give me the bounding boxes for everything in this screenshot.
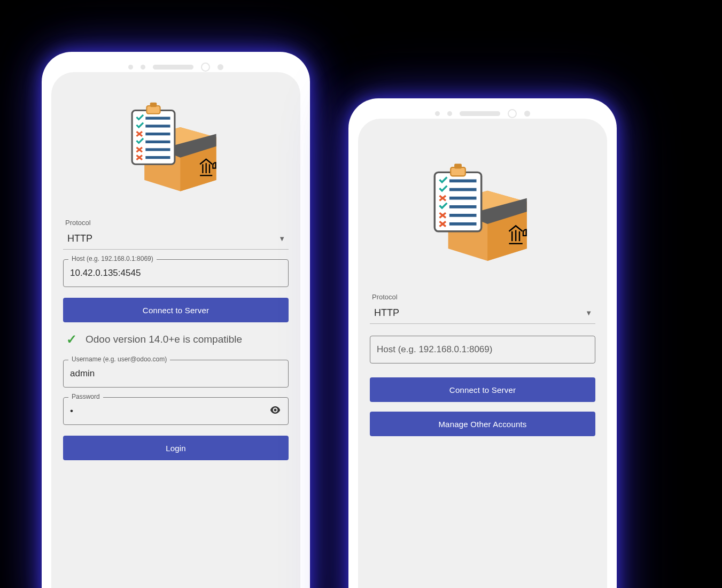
password-input[interactable]: • [63,397,289,425]
host-value: 10.42.0.135:4545 [70,268,141,278]
phone-mockup-left: Protocol HTTP ▼ Host (e.g. 192.168.0.1:8… [42,52,310,588]
compatibility-text: Odoo version 14.0+e is compatible [86,334,242,345]
username-field-group: Username (e.g. user@odoo.com) admin [63,360,289,388]
connect-button[interactable]: Connect to Server [370,377,595,402]
protocol-label: Protocol [370,291,595,302]
eye-icon[interactable] [269,404,282,419]
check-icon: ✓ [66,332,77,347]
host-field-group: Host (e.g. 192.168.0.1:8069) [370,336,595,363]
password-label: Password [68,393,103,400]
connect-button[interactable]: Connect to Server [63,298,289,322]
protocol-label: Protocol [63,214,289,228]
host-placeholder: Host (e.g. 192.168.0.1:8069) [377,344,492,355]
password-value: • [70,406,73,416]
host-label: Host (e.g. 192.168.0.1:8069) [68,255,157,262]
protocol-select[interactable]: HTTP ▼ [370,302,595,324]
app-logo-icon [63,82,289,214]
host-field-group: Host (e.g. 192.168.0.1:8069) 10.42.0.135… [63,259,289,287]
compatibility-message: ✓ Odoo version 14.0+e is compatible [63,322,289,350]
password-field-group: Password • [63,397,289,425]
username-input[interactable]: admin [63,360,289,388]
manage-accounts-button[interactable]: Manage Other Accounts [370,412,595,436]
protocol-select[interactable]: HTTP ▼ [63,228,289,250]
host-input[interactable]: 10.42.0.135:4545 [63,259,289,287]
username-value: admin [70,368,95,379]
screen: Protocol HTTP ▼ Host (e.g. 192.168.0.1:8… [358,119,607,588]
host-input[interactable]: Host (e.g. 192.168.0.1:8069) [370,336,595,363]
protocol-value: HTTP [374,307,399,319]
login-button[interactable]: Login [63,436,289,460]
chevron-down-icon: ▼ [278,235,289,243]
chevron-down-icon: ▼ [585,309,595,317]
app-logo-icon [370,128,595,291]
screen: Protocol HTTP ▼ Host (e.g. 192.168.0.1:8… [51,72,300,588]
protocol-value: HTTP [67,233,92,244]
username-label: Username (e.g. user@odoo.com) [68,355,170,363]
phone-mockup-right: Protocol HTTP ▼ Host (e.g. 192.168.0.1:8… [348,98,617,588]
